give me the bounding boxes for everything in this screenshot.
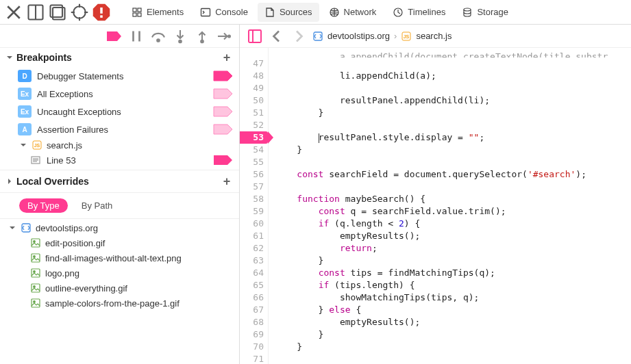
code-line[interactable] xyxy=(269,119,631,131)
gutter-line-number[interactable]: 55 xyxy=(240,156,268,168)
gutter-line-number[interactable]: 53 xyxy=(240,131,268,144)
code-line[interactable]: } xyxy=(269,341,631,353)
code-line[interactable]: resultPanel.style.display = ""; xyxy=(269,131,631,144)
code-line[interactable]: } else { xyxy=(269,304,631,316)
tab-elements[interactable]: Elements xyxy=(125,3,190,22)
gutter-line-number[interactable]: 59 xyxy=(240,205,268,218)
breakpoint-marker-icon[interactable] xyxy=(213,88,234,99)
code-line[interactable]: } xyxy=(269,255,631,267)
breakpoint-line-item[interactable]: Line 53 xyxy=(0,152,239,168)
gutter-line-number[interactable]: 63 xyxy=(240,255,268,267)
step-over-icon[interactable] xyxy=(150,28,166,44)
code-line[interactable]: const searchField = document.querySelect… xyxy=(269,168,631,181)
code-line[interactable]: if (tips.length) { xyxy=(269,279,631,291)
gutter-line-number[interactable]: 69 xyxy=(240,328,268,341)
gutter-line-number[interactable]: 48 xyxy=(240,70,268,82)
breakpoints-header[interactable]: Breakpoints + xyxy=(0,48,239,67)
step-icon[interactable] xyxy=(216,28,232,44)
code-editor[interactable]: 4748495051525354555657585960616263646566… xyxy=(240,48,631,364)
tab-sources[interactable]: Sources xyxy=(258,3,319,22)
nav-forward-icon[interactable] xyxy=(290,28,307,44)
gutter-line-number[interactable]: 49 xyxy=(240,82,268,94)
code-line[interactable]: function maybeSearch() { xyxy=(269,193,631,205)
code-line[interactable]: resultPanel.appendChild(li); xyxy=(269,94,631,107)
breakpoint-marker-icon[interactable] xyxy=(213,124,234,135)
pause-icon[interactable] xyxy=(128,28,145,44)
code-line[interactable]: } xyxy=(269,107,631,119)
tab-label: Storage xyxy=(477,7,508,17)
code-line[interactable] xyxy=(269,57,631,70)
code-line[interactable] xyxy=(269,181,631,193)
gutter-line-number[interactable]: 61 xyxy=(240,230,268,242)
breadcrumb-file[interactable]: search.js xyxy=(416,31,451,41)
add-override-button[interactable]: + xyxy=(220,174,234,188)
code-line[interactable]: showMatchingTips(tips, q); xyxy=(269,291,631,304)
tab-storage[interactable]: Storage xyxy=(455,3,515,22)
dock-side-icon[interactable] xyxy=(26,3,45,22)
code-line[interactable]: emptyResults(); xyxy=(269,230,631,242)
step-into-icon[interactable] xyxy=(172,28,188,44)
tab-console[interactable]: Console xyxy=(193,3,255,22)
gutter-line-number[interactable]: 52 xyxy=(240,119,268,131)
tree-domain[interactable]: devtoolstips.org xyxy=(0,220,239,235)
gutter-line-number[interactable]: 47 xyxy=(240,57,268,70)
gutter-line-number[interactable]: 64 xyxy=(240,267,268,279)
code-line[interactable]: const q = searchField.value.trim(); xyxy=(269,205,631,218)
tab-timelines[interactable]: Timelines xyxy=(386,3,452,22)
gutter-line-number[interactable]: 60 xyxy=(240,218,268,230)
add-breakpoint-button[interactable]: + xyxy=(220,51,234,64)
gutter-line-number[interactable]: 57 xyxy=(240,181,268,193)
breakpoint-item[interactable]: AAssertion Failures xyxy=(0,120,239,138)
breakpoint-marker-icon[interactable] xyxy=(213,106,234,117)
local-overrides-header[interactable]: Local Overrides + xyxy=(0,172,239,191)
gutter-line-number[interactable]: 65 xyxy=(240,279,268,291)
code-line[interactable]: } xyxy=(269,144,631,156)
code-line[interactable] xyxy=(269,82,631,94)
gutter-line-number[interactable]: 62 xyxy=(240,242,268,255)
code-line[interactable]: li.appendChild(a); xyxy=(269,70,631,82)
code-content[interactable]: a.appendChild(document.createTextNode(ti… xyxy=(269,48,631,364)
breakpoint-marker-icon[interactable] xyxy=(213,155,234,166)
code-line[interactable] xyxy=(269,156,631,168)
gutter-line-number[interactable]: 54 xyxy=(240,144,268,156)
filter-by-type[interactable]: By Type xyxy=(19,198,68,213)
gutter-line-number[interactable]: 51 xyxy=(240,107,268,119)
target-icon[interactable] xyxy=(70,3,89,22)
gutter-line-number[interactable]: 68 xyxy=(240,316,268,328)
tree-file[interactable]: sample-colors-from-the-page-1.gif xyxy=(0,296,239,311)
breadcrumb-domain[interactable]: devtoolstips.org xyxy=(327,31,390,41)
tab-label: Timelines xyxy=(408,7,445,17)
error-badge-icon[interactable] xyxy=(92,3,111,22)
gutter-line-number[interactable]: 70 xyxy=(240,341,268,353)
filter-by-path[interactable]: By Path xyxy=(73,198,121,213)
code-line[interactable]: emptyResults(); xyxy=(269,316,631,328)
code-line[interactable] xyxy=(269,353,631,364)
tree-file[interactable]: outline-everything.gif xyxy=(0,281,239,296)
gutter-line-number[interactable]: 66 xyxy=(240,291,268,304)
gutter-line-number[interactable]: 58 xyxy=(240,193,268,205)
line-gutter[interactable]: 4748495051525354555657585960616263646566… xyxy=(240,48,269,364)
nav-back-icon[interactable] xyxy=(269,28,285,44)
tree-file[interactable]: logo.png xyxy=(0,265,239,281)
popout-icon[interactable] xyxy=(48,3,67,22)
code-line[interactable]: const tips = findMatchingTips(q); xyxy=(269,267,631,279)
close-icon[interactable] xyxy=(4,3,23,22)
gutter-line-number[interactable]: 56 xyxy=(240,168,268,181)
gutter-line-number[interactable]: 50 xyxy=(240,94,268,107)
code-line[interactable]: if (q.length < 2) { xyxy=(269,218,631,230)
tree-file[interactable]: find-all-images-without-alt-text.png xyxy=(0,250,239,265)
breakpoint-item[interactable]: ExUncaught Exceptions xyxy=(0,103,239,120)
toggle-sidebar-icon[interactable] xyxy=(247,28,263,44)
breakpoint-toggle-icon[interactable] xyxy=(106,28,123,44)
gutter-line-number[interactable]: 71 xyxy=(240,353,268,364)
tree-file[interactable]: edit-position.gif xyxy=(0,235,239,250)
step-out-icon[interactable] xyxy=(194,28,210,44)
breakpoint-item[interactable]: ExAll Exceptions xyxy=(0,85,239,103)
breakpoint-file[interactable]: JS search.js xyxy=(0,138,239,152)
code-line[interactable]: } xyxy=(269,328,631,341)
code-line[interactable]: return; xyxy=(269,242,631,255)
breakpoint-marker-icon[interactable] xyxy=(213,70,234,81)
gutter-line-number[interactable]: 67 xyxy=(240,304,268,316)
tab-network[interactable]: Network xyxy=(322,3,384,22)
breakpoint-item[interactable]: DDebugger Statements xyxy=(0,67,239,85)
